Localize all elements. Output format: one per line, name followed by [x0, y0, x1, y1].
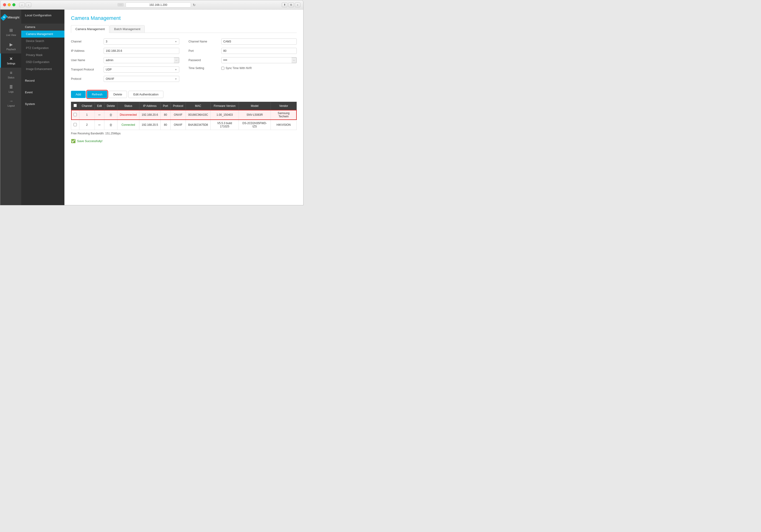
- row2-channel: 2: [79, 120, 95, 130]
- row1-vendor: Samsung Techwin: [270, 110, 296, 120]
- password-field[interactable]: [221, 57, 292, 63]
- sidebar-item-settings[interactable]: ✕ Settings: [0, 53, 21, 68]
- nav-item-privacy-mask[interactable]: Privacy Mask: [21, 52, 64, 59]
- ip-address-field[interactable]: [106, 49, 177, 52]
- url-bar: ···· 192.168.1.200 ↻: [45, 2, 268, 8]
- camera-table: Channel Edit Delete Status IP Address Po…: [71, 102, 297, 130]
- save-success-icon: ✅: [71, 139, 76, 143]
- row2-delete-icon[interactable]: 🗑: [109, 123, 112, 127]
- row2-edit-icon[interactable]: ✏: [98, 123, 101, 127]
- logout-icon: →: [9, 99, 13, 104]
- forward-button[interactable]: ›: [26, 3, 31, 7]
- sidebar-item-label: Logout: [8, 105, 15, 107]
- camera-section: Camera Camera Management Device Search P…: [21, 21, 64, 75]
- protocol-select[interactable]: ONVIF ▼: [104, 76, 179, 82]
- nav-item-ptz-configuration[interactable]: PTZ Configuration: [21, 45, 64, 52]
- event-header[interactable]: Event: [21, 89, 64, 96]
- bandwidth-label: Free Receiving Bandwidth:: [71, 132, 104, 135]
- row1-edit[interactable]: ✏: [94, 110, 104, 120]
- nav-item-device-search[interactable]: Device Search: [21, 37, 64, 45]
- add-button[interactable]: Add: [71, 91, 86, 98]
- time-setting-checkbox-row: Sync Time With NVR: [221, 67, 252, 70]
- transport-protocol-arrow-icon: ▼: [175, 68, 177, 71]
- row2-delete[interactable]: 🗑: [104, 120, 117, 130]
- sidebar-item-label: Status: [8, 76, 14, 79]
- channel-value: 3: [106, 40, 107, 43]
- channel-name-input[interactable]: [221, 38, 297, 45]
- sidebar-item-logs[interactable]: ≣ Logs: [0, 82, 21, 96]
- nav-item-osd-configuration[interactable]: OSD Configuration: [21, 59, 64, 66]
- sync-time-checkbox[interactable]: [221, 67, 224, 70]
- row1-edit-icon[interactable]: ✏: [98, 113, 101, 117]
- bandwidth-info: Free Receiving Bandwidth: 151.25Mbps: [71, 132, 297, 135]
- close-button[interactable]: [3, 3, 6, 6]
- edit-auth-button[interactable]: Edit Authentication: [128, 91, 163, 98]
- col-header-firmware: Firmware Version: [210, 102, 239, 110]
- sidebar-item-label: Logs: [9, 90, 14, 93]
- select-all-checkbox[interactable]: [74, 104, 77, 107]
- row1-delete-icon[interactable]: 🗑: [109, 113, 112, 117]
- sidebar-item-status[interactable]: ≡ Status: [0, 68, 21, 82]
- username-dots-button[interactable]: ···: [174, 57, 179, 63]
- logo-icon: ✦: [0, 14, 8, 21]
- channel-name-field[interactable]: [223, 40, 295, 43]
- username-row: User Name ···: [71, 57, 179, 63]
- row1-delete[interactable]: 🗑: [104, 110, 117, 120]
- save-success-message: ✅ Save Successfully!: [71, 139, 297, 143]
- add-tab-button[interactable]: +: [295, 3, 300, 7]
- row2-edit[interactable]: ✏: [94, 120, 104, 130]
- protocol-label: Protocol: [71, 77, 101, 80]
- logo-area: ✦ Milesight: [0, 12, 21, 23]
- maximize-button[interactable]: [12, 3, 15, 6]
- password-dots-button[interactable]: ···: [292, 57, 296, 63]
- row2-mac: B4A3823475D8: [186, 120, 210, 130]
- camera-form: Channel 3 ▼ IP Address: [71, 38, 297, 85]
- ip-address-row: IP Address: [71, 48, 179, 54]
- save-success-text: Save Successfully!: [77, 139, 102, 143]
- tab-camera-management[interactable]: Camera Management: [71, 25, 109, 33]
- second-sidebar: Local Configuration Camera Camera Manage…: [21, 10, 64, 205]
- protocol-row: Protocol ONVIF ▼: [71, 76, 179, 82]
- row2-checkbox[interactable]: [74, 123, 77, 126]
- record-header[interactable]: Record: [21, 77, 64, 84]
- row2-vendor: HIKVISION: [270, 120, 296, 130]
- protocol-value: ONVIF: [106, 77, 114, 80]
- title-bar: ‹ › ···· 192.168.1.200 ↻ ⬆ ⧉ +: [0, 0, 303, 10]
- new-tab-button[interactable]: ⧉: [288, 3, 294, 7]
- port-row: Port: [189, 48, 297, 54]
- local-config-header[interactable]: Local Configuration: [21, 12, 64, 19]
- sidebar-item-live-view[interactable]: ⊞ Live View: [0, 25, 21, 39]
- channel-select[interactable]: 3 ▼: [104, 38, 179, 45]
- refresh-button[interactable]: Refresh: [87, 91, 107, 98]
- minimize-button[interactable]: [8, 3, 11, 6]
- sync-time-label: Sync Time With NVR: [226, 67, 252, 70]
- row1-checkbox[interactable]: [74, 113, 77, 116]
- browser-refresh-icon[interactable]: ↻: [193, 3, 196, 7]
- row1-mac: 00166C96A33C: [186, 110, 210, 120]
- col-header-status: Status: [117, 102, 139, 110]
- nav-item-camera-management[interactable]: Camera Management: [21, 30, 64, 37]
- camera-header[interactable]: Camera: [21, 24, 64, 30]
- tab-batch-management[interactable]: Batch Management: [110, 25, 145, 33]
- nav-item-image-enhancement[interactable]: Image Enhancement: [21, 66, 64, 73]
- username-field[interactable]: [104, 57, 174, 63]
- action-buttons: Add Refresh Delete Edit Authentication: [71, 91, 297, 98]
- port-input[interactable]: [221, 48, 297, 54]
- back-button[interactable]: ‹: [19, 3, 25, 7]
- port-field[interactable]: [223, 49, 295, 52]
- col-header-mac: MAC: [186, 102, 210, 110]
- ip-address-input[interactable]: [104, 48, 179, 54]
- playback-icon: ▶: [10, 42, 13, 47]
- sidebar-item-playback[interactable]: ▶ Playback: [0, 39, 21, 53]
- system-header[interactable]: System: [21, 101, 64, 108]
- protocol-arrow-icon: ▼: [175, 78, 177, 80]
- event-section: Event: [21, 86, 64, 98]
- transport-protocol-select[interactable]: UDP ▼: [104, 67, 179, 73]
- url-input[interactable]: 192.168.1.200: [126, 2, 191, 8]
- share-button[interactable]: ⬆: [282, 3, 287, 7]
- ip-address-label: IP Address: [71, 49, 101, 52]
- sidebar-item-logout[interactable]: → Logout: [0, 96, 21, 110]
- row1-ip: 192.168.20.6: [139, 110, 160, 120]
- record-section: Record: [21, 75, 64, 86]
- delete-button[interactable]: Delete: [108, 91, 127, 98]
